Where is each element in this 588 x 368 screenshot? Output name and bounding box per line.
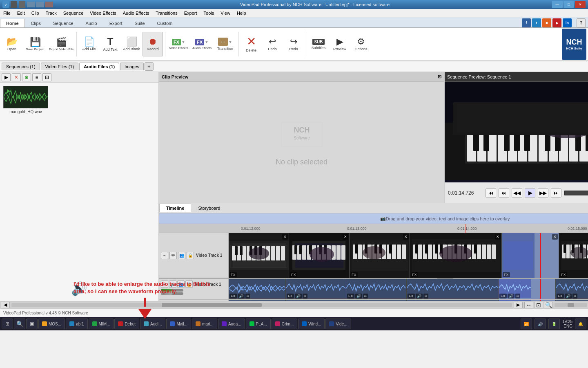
overlay-drop-zone[interactable]: 📷 Drag and drop your video, text and ima… (159, 213, 588, 224)
play-button[interactable]: ▶ (525, 188, 535, 197)
fx-label-2[interactable]: FX (287, 294, 294, 298)
zoom-in-button[interactable]: 🔍 (544, 302, 553, 308)
scroll-right-button[interactable]: ▶ (514, 302, 523, 308)
menu-audio-effects[interactable]: Audio Effects (120, 10, 153, 16)
loop-icon-5[interactable]: ∞ (515, 294, 520, 298)
audio-clip-2-4[interactable]: FX 🔊 (407, 300, 499, 301)
taskbar-audi[interactable]: Audi... (140, 319, 165, 329)
taskbar-debut[interactable]: Debut (114, 319, 139, 329)
save-project-button[interactable]: 💾 Save Project (23, 32, 47, 56)
social-facebook-icon[interactable]: f (522, 18, 531, 27)
audio-track-1-vol-slider[interactable] (161, 289, 183, 292)
video-clip-4[interactable]: ✕ FX (410, 233, 502, 278)
clip-5-fx-label[interactable]: FX (503, 272, 510, 277)
ribbon-tab-clips[interactable]: Clips (25, 19, 47, 27)
track-minus-button[interactable]: − (161, 252, 168, 259)
menu-file[interactable]: File (0, 10, 14, 16)
audio-track-1-minus-button[interactable]: − (161, 280, 168, 288)
fx-label-5[interactable]: FX (499, 294, 507, 298)
ribbon-tab-custom[interactable]: Custom (151, 19, 179, 27)
taskbar-vide[interactable]: Vide... (325, 319, 351, 329)
tab-sequences[interactable]: Sequences (1) (2, 63, 40, 70)
volume-icon-3[interactable]: 🔊 (355, 294, 362, 298)
add-text-button[interactable]: T Add Text (100, 32, 120, 56)
clip-4-close-button[interactable]: ✕ (495, 234, 501, 240)
fx-label-6[interactable]: FX (557, 294, 564, 298)
start-button[interactable]: ⊞ (2, 319, 13, 329)
track-eye-button[interactable]: 👁 (169, 252, 177, 259)
video-clip-3[interactable]: ✕ FX (350, 233, 410, 278)
taskbar-ab1[interactable]: ab!1 (66, 319, 87, 329)
audio-effects-button[interactable]: FX ▼ Audio Effects (191, 32, 213, 56)
menu-clip[interactable]: Clip (28, 10, 42, 16)
ribbon-tab-audio[interactable]: Audio (80, 19, 103, 27)
step-back-button[interactable]: ◀◀ (512, 188, 522, 197)
taskbar-mim[interactable]: MIM... (89, 319, 114, 329)
loop-icon-3[interactable]: ∞ (363, 294, 368, 298)
add-tab-button[interactable]: + (145, 62, 154, 71)
taskbar-mos[interactable]: MOS... (38, 319, 65, 329)
add-file-button[interactable]: 📄 Add File (79, 32, 99, 56)
volume-icon-1[interactable]: 🔊 (238, 294, 245, 298)
loop-icon-4[interactable]: ∞ (423, 294, 428, 298)
audio-track-1-mute-button[interactable]: 🔊 (169, 280, 176, 288)
menu-edit[interactable]: Edit (14, 10, 28, 16)
panel-tool-view[interactable]: ⊡ (42, 73, 51, 81)
audio-clip-1-4[interactable]: FX 🔊 ∞ (407, 279, 499, 299)
go-to-end-button[interactable]: ⏭ (499, 188, 509, 197)
fx-label-4[interactable]: FX (408, 294, 415, 298)
audio-track-1-solo-button[interactable]: 👥 (177, 280, 185, 288)
social-rss-icon[interactable]: ■ (542, 18, 551, 27)
nch-suite-button[interactable]: NCH NCH Suite (562, 29, 586, 60)
battery-icon[interactable]: 🔋 (548, 319, 560, 329)
subtitles-button[interactable]: SUB Subtitles (308, 32, 329, 56)
options-button[interactable]: ⚙ Options (351, 32, 371, 56)
clip-1-fx-label[interactable]: FX (229, 272, 237, 277)
video-clip-1[interactable]: ✕ FX (229, 233, 289, 278)
ribbon-tab-home[interactable]: Home (0, 19, 25, 27)
clip-preview-maximize[interactable]: ⊡ (438, 74, 441, 79)
menu-sequence[interactable]: Sequence (60, 10, 87, 16)
tab-audio-files[interactable]: Audio Files (1) (79, 63, 119, 70)
clip-5-close-button[interactable]: ✕ (552, 234, 558, 240)
delete-button[interactable]: ✕ Delete (241, 32, 261, 56)
panel-tool-add[interactable]: ⊕ (22, 73, 31, 81)
h-scroll-track[interactable] (11, 303, 512, 307)
audio-clip-1-6[interactable]: FX 🔊 ∞ (556, 279, 588, 299)
volume-icon-5[interactable]: 🔊 (508, 294, 514, 298)
audio-file-item[interactable]: marigold_HQ.wav (3, 86, 48, 114)
menu-help[interactable]: Help (234, 10, 249, 16)
video-effects-button[interactable]: FX ▼ Video Effects (167, 32, 190, 56)
panel-tool-list[interactable]: ≡ (32, 73, 41, 81)
audio-clip-1-5[interactable]: FX 🔊 ∞ (499, 279, 556, 299)
redo-button[interactable]: ↪ Redo (283, 32, 304, 56)
preview-button[interactable]: ▶ Preview (330, 32, 350, 56)
clip-1-close-button[interactable]: ✕ (282, 234, 288, 240)
go-to-start-button[interactable]: ⏮ (486, 188, 496, 197)
audio-clip-2-3[interactable]: FX 🔊 (346, 300, 407, 301)
add-blank-button[interactable]: ⬜ Add Blank (121, 32, 142, 56)
task-view-button[interactable]: ▣ (26, 319, 38, 329)
search-button[interactable]: 🔍 (14, 319, 25, 329)
taskbar-mari[interactable]: mari... (192, 319, 217, 329)
h-scroll-thumb[interactable] (162, 303, 262, 307)
scroll-left-button[interactable]: ◀ (1, 302, 10, 308)
audio-clip-1-3[interactable]: FX 🔊 ∞ (346, 279, 407, 299)
volume-icon-6[interactable]: 🔊 (565, 294, 572, 298)
menu-tools[interactable]: Tools (200, 10, 218, 16)
video-clip-6[interactable]: ✕ FX (559, 233, 588, 278)
clip-6-fx-label[interactable]: FX (560, 272, 567, 277)
video-clip-5[interactable]: ✕ FX (502, 233, 559, 278)
ribbon-tab-export[interactable]: Export (103, 19, 129, 27)
clip-2-close-button[interactable]: ✕ (343, 234, 348, 240)
transition-button[interactable]: ↔ ▼ Transition (214, 32, 236, 56)
tab-video-files[interactable]: Video Files (1) (41, 63, 79, 70)
menu-view[interactable]: View (217, 10, 234, 16)
zoom-out-button[interactable]: ↔ (524, 302, 533, 308)
taskbar-auda[interactable]: Auda... (218, 319, 245, 329)
ribbon-tab-sequence[interactable]: Sequence (47, 19, 80, 27)
taskbar-mail[interactable]: Mail... (166, 319, 191, 329)
fx-label-3[interactable]: FX (347, 294, 354, 298)
audio-track-1-bal-slider[interactable] (161, 292, 183, 295)
storyboard-tab[interactable]: Storyboard (191, 204, 227, 213)
